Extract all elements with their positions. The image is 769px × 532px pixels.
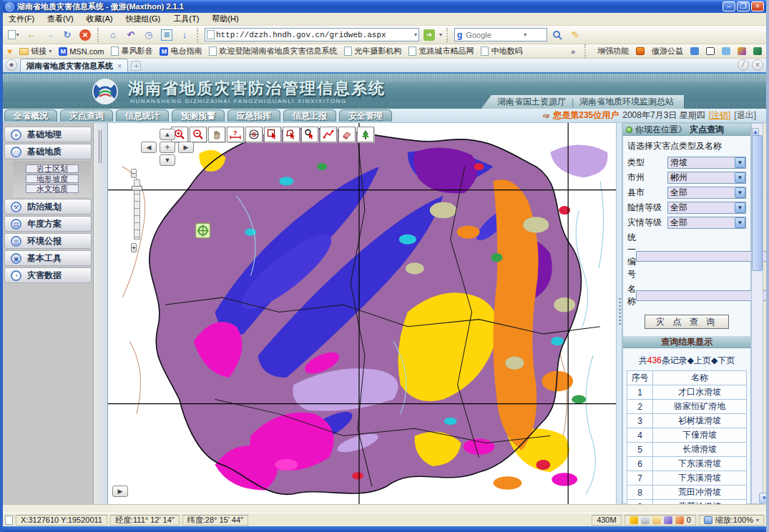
history-button[interactable]: ◷: [141, 27, 157, 43]
tab-security-admin[interactable]: 安全管理: [339, 109, 392, 122]
pan-right-button[interactable]: ▶: [178, 142, 194, 153]
tab-province-overview[interactable]: 全省概况: [4, 109, 57, 122]
boost-lightning-icon[interactable]: [630, 516, 638, 524]
highlight-icon[interactable]: ✎: [567, 27, 583, 43]
sidebar-item-base-geology[interactable]: ▭基础地质: [4, 144, 92, 159]
folder-icon[interactable]: [652, 516, 661, 524]
sidebar-item-base-geography[interactable]: »基础地理: [4, 127, 92, 142]
status-zoom[interactable]: 缩放:100% ▾: [699, 515, 764, 526]
home-button[interactable]: ⌂: [105, 27, 121, 43]
back-button[interactable]: ←: [24, 27, 39, 43]
tab-statistics[interactable]: 信息统计: [116, 109, 169, 122]
go-button[interactable]: ➔: [421, 27, 437, 43]
scroll-right-button[interactable]: ▶: [112, 486, 128, 497]
panel-splitter[interactable]: [616, 123, 622, 504]
zoom-dropdown-icon[interactable]: ▾: [756, 517, 759, 523]
printer-icon[interactable]: [641, 516, 650, 524]
sidebar-splitter[interactable]: [94, 123, 108, 504]
tab-close-icon[interactable]: ×: [117, 61, 122, 70]
forward-button[interactable]: →: [41, 27, 57, 43]
prev-page-link[interactable]: ◆上页: [687, 355, 711, 365]
new-page-button[interactable]: ▾: [6, 27, 21, 43]
circle-select-tool[interactable]: [301, 127, 318, 142]
search-dropdown-icon[interactable]: ▾: [524, 31, 526, 38]
link-geo-env-station[interactable]: 湖南省地质环境监测总站: [579, 96, 674, 108]
search-go-icon[interactable]: [549, 27, 565, 43]
tab-disaster-query[interactable]: 灾点查询: [60, 109, 113, 122]
sidebar-item-prevention-planning[interactable]: ⚒防治规划: [4, 199, 92, 215]
setup-button[interactable]: ⁄: [738, 59, 749, 71]
scroll-thumb[interactable]: [752, 135, 763, 271]
address-bar[interactable]: ▾: [205, 28, 419, 41]
link-item[interactable]: 暴风影音: [111, 46, 152, 56]
table-row[interactable]: 5长塘滑坡: [627, 443, 747, 457]
new-tab-button[interactable]: +: [131, 61, 141, 71]
menu-file[interactable]: 文件(F): [9, 14, 34, 24]
type-select[interactable]: 滑坡▼: [667, 157, 746, 169]
chevron-down-icon[interactable]: ▼: [735, 202, 745, 213]
table-row[interactable]: 2骆家恒矿滑地: [627, 400, 747, 414]
search-box[interactable]: g ▾: [454, 28, 547, 41]
table-row[interactable]: 4下僮滑坡: [627, 428, 747, 443]
link-item[interactable]: 中地数码: [481, 46, 522, 56]
sidebar-item-disaster-data[interactable]: ◔灾害数据: [4, 267, 92, 283]
tab-forecast-warning[interactable]: 预测预警: [172, 109, 225, 122]
table-row[interactable]: 3衫树垅滑坡: [627, 414, 747, 428]
submenu-terrain-slope[interactable]: 地形坡度: [26, 174, 79, 183]
eraser-tool[interactable]: [338, 127, 356, 142]
logout-link[interactable]: [注销]: [709, 109, 731, 122]
tab-list-button[interactable]: ★: [6, 59, 17, 71]
stop-button[interactable]: ×: [77, 27, 93, 43]
disaster-query-button[interactable]: 灾 点 查 询: [645, 315, 729, 329]
slider-zoom-in-button[interactable]: +: [131, 243, 137, 252]
maxthon-charity-button[interactable]: 傲游公益: [652, 46, 683, 56]
refresh-button[interactable]: ↻: [59, 27, 75, 43]
download-button[interactable]: ↓: [177, 27, 192, 43]
notes-icon[interactable]: [722, 47, 730, 55]
uid-input[interactable]: [636, 251, 767, 262]
menu-tools[interactable]: 工具(T): [173, 14, 199, 24]
pan-up-button[interactable]: ▲: [160, 129, 175, 140]
map-viewport[interactable]: ? S ▲ ◀ + ▶ ▼ − + ▶: [108, 123, 616, 504]
table-row[interactable]: 8荒田冲滑坡: [627, 486, 747, 500]
link-msn[interactable]: MMSN.com: [59, 47, 104, 56]
undo-button[interactable]: ↶: [123, 27, 139, 43]
link-item[interactable]: 欢迎登陆湖南省地质灾害信息系统: [209, 46, 337, 56]
link-item[interactable]: 览路城市精品网: [408, 46, 474, 56]
chevron-down-icon[interactable]: ▼: [735, 187, 745, 198]
tab-emergency-command[interactable]: 应急指挥: [227, 109, 280, 122]
pan-down-button[interactable]: ▼: [160, 154, 175, 166]
shield-icon[interactable]: [636, 47, 645, 55]
close-tabs-button[interactable]: ×: [752, 59, 763, 71]
frames-button[interactable]: ▦: [159, 27, 175, 43]
legend-tool[interactable]: [357, 127, 374, 142]
menu-groups[interactable]: 快捷组(G): [125, 14, 160, 24]
blocked-counter-icon[interactable]: [675, 516, 684, 524]
submenu-rock-soil-zoning[interactable]: 岩土区划: [26, 164, 79, 173]
zoom-out-tool[interactable]: [190, 127, 207, 142]
minimize-button[interactable]: –: [723, 1, 735, 11]
polygon-select-tool[interactable]: [283, 127, 300, 142]
menu-favorites[interactable]: 收藏(A): [87, 14, 113, 24]
distance-query-tool[interactable]: ?: [227, 127, 244, 142]
slider-track[interactable]: [134, 179, 140, 240]
sidebar-item-env-bulletin[interactable]: ▥环境公报: [4, 233, 92, 249]
measure-tool[interactable]: [320, 127, 337, 142]
links-folder[interactable]: 链接▾: [19, 46, 52, 56]
messenger-icon[interactable]: [690, 47, 699, 55]
name-input[interactable]: [636, 290, 767, 301]
tab-active[interactable]: 湖南省地质灾害信息系统 ×: [20, 59, 128, 72]
url-dropdown-icon[interactable]: ▾: [414, 31, 417, 38]
risk-level-select[interactable]: 全部▼: [667, 202, 746, 214]
resources-icon[interactable]: [753, 47, 762, 55]
county-select[interactable]: 全部▼: [667, 187, 746, 199]
pan-center-button[interactable]: +: [160, 142, 175, 153]
tab-info-report[interactable]: 信息上报: [283, 109, 336, 122]
chevron-down-icon[interactable]: ▼: [735, 217, 745, 228]
link-item[interactable]: M电台指南: [160, 46, 202, 56]
disaster-level-select[interactable]: 全部▼: [667, 217, 746, 229]
chevron-down-icon[interactable]: ▼: [735, 172, 745, 183]
exit-link[interactable]: [退出]: [734, 109, 756, 122]
extensions-button[interactable]: 增强功能: [597, 46, 629, 56]
chevron-down-icon[interactable]: ▼: [735, 157, 745, 168]
